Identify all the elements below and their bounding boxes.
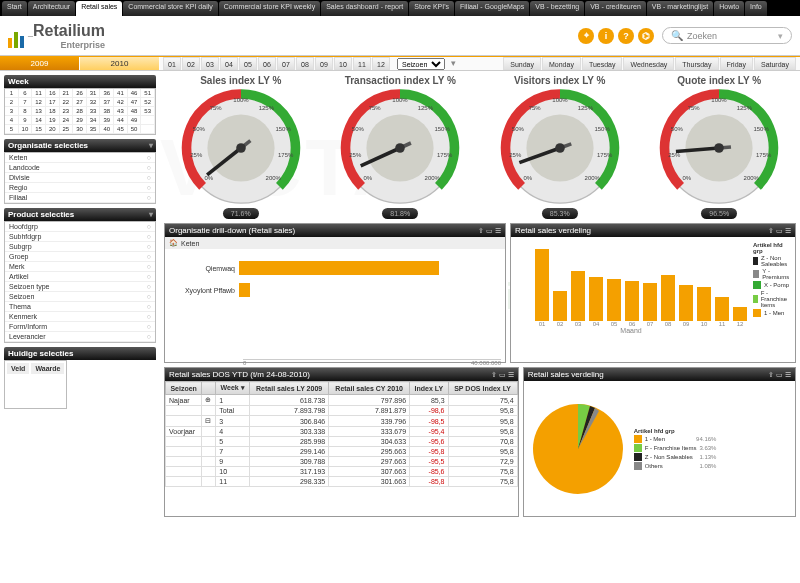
year-2009[interactable]: 2009: [0, 57, 80, 70]
help-icon[interactable]: ?: [618, 28, 634, 44]
week-cell[interactable]: 24: [60, 116, 74, 125]
week-cell[interactable]: 18: [46, 107, 60, 116]
filter-merk[interactable]: Merk○: [5, 262, 155, 272]
table-row[interactable]: Najaar⊕1618.738797.89685,375,4: [166, 395, 518, 406]
col-header[interactable]: SP DOS Index LY: [448, 382, 517, 395]
week-cell[interactable]: 14: [32, 116, 46, 125]
week-cell[interactable]: 50: [128, 125, 142, 134]
legend-item[interactable]: F - Franchise Items3.63%: [634, 444, 717, 452]
week-cell[interactable]: 21: [60, 89, 74, 98]
day-wednesday[interactable]: Wednesday: [623, 57, 674, 70]
week-cell[interactable]: 2: [5, 98, 19, 107]
week-cell[interactable]: 5: [5, 125, 19, 134]
week-cell[interactable]: 8: [19, 107, 33, 116]
month-06[interactable]: 06: [258, 57, 276, 70]
season-select[interactable]: Seizoen: [397, 58, 445, 70]
week-cell[interactable]: 28: [73, 107, 87, 116]
legend-item[interactable]: F - Franchise Items: [753, 290, 791, 308]
drill-bar[interactable]: Qiemwaq: [169, 261, 501, 275]
bar[interactable]: [571, 271, 585, 321]
drill-bar[interactable]: Xyoylont Pffawb: [169, 283, 501, 297]
table-row[interactable]: 5285.998304.633-95,670,8: [166, 437, 518, 447]
day-friday[interactable]: Friday: [720, 57, 753, 70]
week-cell[interactable]: 44: [114, 116, 128, 125]
tab-start[interactable]: Start: [2, 1, 27, 16]
col-header[interactable]: [202, 382, 216, 395]
tab-commercial-store-kpi-weekly[interactable]: Commercial store KPI weekly: [219, 1, 320, 16]
legend-item[interactable]: Z - Non Saleables: [753, 255, 791, 267]
week-cell[interactable]: 38: [100, 107, 114, 116]
tab-sales-dashboard-report[interactable]: Sales dashboard - report: [321, 1, 408, 16]
filter-landcode[interactable]: Landcode○: [5, 163, 155, 173]
month-11[interactable]: 11: [353, 57, 371, 70]
filter-filiaal[interactable]: Filiaal○: [5, 193, 155, 203]
month-07[interactable]: 07: [277, 57, 295, 70]
week-cell[interactable]: 17: [46, 98, 60, 107]
col-header[interactable]: Index LY: [410, 382, 448, 395]
filter-keten[interactable]: Keten○: [5, 153, 155, 163]
pin-icon[interactable]: ⌖: [578, 28, 594, 44]
tab-commercial-store-kpi-daily[interactable]: Commercial store KPI daily: [123, 1, 217, 16]
week-cell[interactable]: 53: [141, 107, 155, 116]
week-cell[interactable]: 22: [60, 98, 74, 107]
filter-seizoen[interactable]: Seizoen○: [5, 292, 155, 302]
legend-item[interactable]: 1 - Men94.16%: [634, 435, 717, 443]
legend-item[interactable]: Z - Non Saleables1.13%: [634, 453, 717, 461]
week-cell[interactable]: 19: [46, 116, 60, 125]
month-09[interactable]: 09: [315, 57, 333, 70]
filter-groep[interactable]: Groep○: [5, 252, 155, 262]
week-cell[interactable]: 29: [73, 116, 87, 125]
week-cell[interactable]: 12: [32, 98, 46, 107]
day-thursday[interactable]: Thursday: [675, 57, 718, 70]
week-cell[interactable]: 35: [87, 125, 101, 134]
week-cell[interactable]: 48: [128, 107, 142, 116]
filter-seizoen type[interactable]: Seizoen type○: [5, 282, 155, 292]
week-cell[interactable]: 43: [114, 107, 128, 116]
week-cell[interactable]: 40: [100, 125, 114, 134]
week-cell[interactable]: 9: [19, 116, 33, 125]
tab-filiaal-googlemaps[interactable]: Filiaal - GoogleMaps: [455, 1, 529, 16]
table-row[interactable]: Voorjaar4303.338333.679-95,495,8: [166, 427, 518, 437]
bar[interactable]: [589, 277, 603, 321]
day-sunday[interactable]: Sunday: [503, 57, 541, 70]
tab-vb-marketinglijst[interactable]: VB - marketinglijst: [647, 1, 713, 16]
filter-form/inform[interactable]: Form/Inform○: [5, 322, 155, 332]
week-cell[interactable]: 20: [46, 125, 60, 134]
day-monday[interactable]: Monday: [542, 57, 581, 70]
filter-leverancier[interactable]: Leverancier○: [5, 332, 155, 342]
week-cell[interactable]: 39: [100, 116, 114, 125]
week-cell[interactable]: [141, 116, 155, 125]
week-cell[interactable]: 42: [114, 98, 128, 107]
tab-vb-crediteuren[interactable]: VB - crediteuren: [585, 1, 646, 16]
week-cell[interactable]: [141, 125, 155, 134]
table-row[interactable]: Total7.893.7987.891.879-98,695,8: [166, 406, 518, 416]
week-cell[interactable]: 33: [87, 107, 101, 116]
week-cell[interactable]: 52: [141, 98, 155, 107]
filter-kenmerk[interactable]: Kenmerk○: [5, 312, 155, 322]
week-cell[interactable]: 4: [5, 116, 19, 125]
bar[interactable]: [733, 307, 747, 321]
chevron-down-icon[interactable]: ▾: [149, 210, 153, 219]
bar[interactable]: [625, 281, 639, 321]
search-input[interactable]: 🔍 Zoeken ▾: [662, 27, 792, 44]
settings-icon[interactable]: ⌬: [638, 28, 654, 44]
tab-howto[interactable]: Howto: [714, 1, 744, 16]
week-cell[interactable]: 37: [100, 98, 114, 107]
week-cell[interactable]: 31: [87, 89, 101, 98]
week-cell[interactable]: 7: [19, 98, 33, 107]
tab-info[interactable]: Info: [745, 1, 767, 16]
tab-architectuur[interactable]: Architectuur: [28, 1, 75, 16]
table-row[interactable]: 10317.193307.663-85,675,8: [166, 467, 518, 477]
week-cell[interactable]: 26: [73, 89, 87, 98]
week-cell[interactable]: 16: [46, 89, 60, 98]
week-cell[interactable]: 47: [128, 98, 142, 107]
week-cell[interactable]: 45: [114, 125, 128, 134]
bar[interactable]: [715, 297, 729, 321]
month-03[interactable]: 03: [201, 57, 219, 70]
table-row[interactable]: 9309.788297.663-95,572,9: [166, 457, 518, 467]
col-header[interactable]: Retail sales LY 2009: [250, 382, 329, 395]
filter-divisie[interactable]: Divisie○: [5, 173, 155, 183]
week-cell[interactable]: 25: [60, 125, 74, 134]
day-saturday[interactable]: Saturday: [754, 57, 796, 70]
week-cell[interactable]: 3: [5, 107, 19, 116]
